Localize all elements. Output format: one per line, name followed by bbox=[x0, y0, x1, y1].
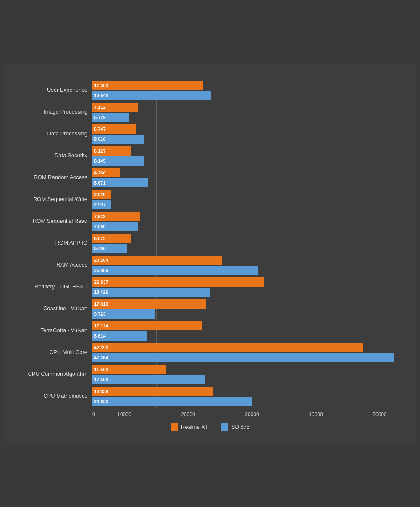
bar-orange: 6,073 bbox=[92, 234, 131, 243]
bar-value-orange: 6,747 bbox=[92, 127, 108, 132]
bar-value-blue: 8,614 bbox=[92, 333, 108, 338]
bar-value-orange: 11,502 bbox=[92, 367, 110, 372]
x-tick: 40000 bbox=[284, 412, 348, 417]
row-label: CPU Multi Core bbox=[8, 343, 92, 362]
row-label: ROM Random Access bbox=[8, 168, 92, 187]
chart-row-pair: RAM Access20,26425,889 bbox=[8, 256, 412, 275]
bar-value-orange: 17,303 bbox=[92, 83, 110, 88]
legend-color-orange bbox=[171, 423, 178, 431]
bar-value-orange: 42,390 bbox=[92, 345, 110, 350]
chart-row-pair: ROM Sequential Read7,5237,090 bbox=[8, 212, 412, 231]
bar-value-blue: 47,264 bbox=[92, 355, 110, 360]
row-label: Data Processing bbox=[8, 124, 92, 144]
bar-value-blue: 8,016 bbox=[92, 137, 108, 142]
bar-value-blue: 8,671 bbox=[92, 180, 108, 185]
bar-value-orange: 2,929 bbox=[92, 192, 108, 197]
bar-orange: 7,112 bbox=[92, 103, 138, 112]
x-tick: 10000 bbox=[92, 412, 156, 417]
legend-label-blue: SD 675 bbox=[231, 424, 249, 430]
chart-row-pair: ROM Sequential Write2,9292,907 bbox=[8, 190, 412, 209]
legend-color-blue bbox=[221, 423, 228, 431]
bar-orange: 4,260 bbox=[92, 168, 120, 177]
bar-orange: 11,502 bbox=[92, 365, 166, 374]
chart-body: User Experience17,30318,648Image Process… bbox=[8, 81, 412, 409]
chart-row-pair: User Experience17,30318,648 bbox=[8, 81, 412, 100]
legend: Realme XT SD 675 bbox=[8, 423, 412, 431]
x-tick: 30000 bbox=[220, 412, 284, 417]
bar-value-blue: 7,090 bbox=[92, 224, 108, 229]
row-label: CPU Common Algorithm bbox=[8, 365, 92, 384]
chart-row-pair: Coastline - Vulkan17,8109,723 bbox=[8, 299, 412, 319]
row-label: Data Security bbox=[8, 146, 92, 166]
row-label: CPU Mathematics bbox=[8, 387, 92, 406]
bar-blue: 5,729 bbox=[92, 113, 129, 122]
legend-item-orange: Realme XT bbox=[171, 423, 208, 431]
bar-value-blue: 9,723 bbox=[92, 312, 108, 317]
bar-value-orange: 6,127 bbox=[92, 148, 108, 153]
x-tick: 20000 bbox=[156, 412, 220, 417]
chart-row-pair: Image Processing7,1125,729 bbox=[8, 103, 412, 122]
bar-value-orange: 7,112 bbox=[92, 105, 108, 110]
bar-blue: 8,671 bbox=[92, 178, 148, 187]
bar-orange: 26,837 bbox=[92, 277, 264, 287]
chart-row-pair: ROM APP IO6,0735,486 bbox=[8, 234, 412, 253]
bar-value-orange: 17,124 bbox=[92, 323, 110, 328]
bar-value-blue: 18,648 bbox=[92, 93, 110, 98]
bar-value-orange: 7,523 bbox=[92, 214, 108, 219]
bar-orange: 17,810 bbox=[92, 299, 206, 309]
row-label: TerraCotta - Vulkan bbox=[8, 321, 92, 341]
row-label: ROM Sequential Read bbox=[8, 212, 92, 231]
bar-orange: 6,747 bbox=[92, 124, 136, 134]
chart-row-pair: ROM Random Access4,2608,671 bbox=[8, 168, 412, 187]
bar-blue: 24,930 bbox=[92, 397, 252, 406]
row-label: User Experience bbox=[8, 81, 92, 100]
bar-value-blue: 5,486 bbox=[92, 246, 108, 251]
bar-value-blue: 2,907 bbox=[92, 202, 108, 207]
bar-blue: 25,889 bbox=[92, 266, 258, 275]
bar-orange: 17,303 bbox=[92, 81, 203, 90]
bar-value-orange: 18,839 bbox=[92, 389, 110, 394]
x-axis: 01000020000300004000050000 bbox=[92, 409, 412, 417]
bar-value-blue: 8,145 bbox=[92, 158, 108, 164]
chart-container: User Experience17,30318,648Image Process… bbox=[4, 64, 416, 444]
row-label: RAM Access bbox=[8, 256, 92, 275]
legend-item-blue: SD 675 bbox=[221, 423, 249, 431]
bar-blue: 8,614 bbox=[92, 331, 147, 341]
bar-blue: 7,090 bbox=[92, 222, 138, 231]
chart-row-pair: Data Processing6,7478,016 bbox=[8, 124, 412, 144]
bar-value-blue: 25,889 bbox=[92, 268, 110, 273]
bar-blue: 5,486 bbox=[92, 244, 127, 253]
row-label: Refinery - OGL ES3.1 bbox=[8, 277, 92, 297]
bar-blue: 47,264 bbox=[92, 353, 394, 362]
chart-row-pair: CPU Mathematics18,83924,930 bbox=[8, 387, 412, 406]
x-tick: 50000 bbox=[348, 412, 412, 417]
bar-value-orange: 26,837 bbox=[92, 280, 110, 285]
bar-value-blue: 17,593 bbox=[92, 377, 110, 382]
row-label: Coastline - Vulkan bbox=[8, 299, 92, 319]
row-label: ROM APP IO bbox=[8, 234, 92, 253]
bar-blue: 2,907 bbox=[92, 200, 111, 209]
bar-value-blue: 5,729 bbox=[92, 115, 108, 120]
row-label: Image Processing bbox=[8, 103, 92, 122]
bar-orange: 2,929 bbox=[92, 190, 111, 199]
chart-row-pair: Refinery - OGL ES3.126,83718,426 bbox=[8, 277, 412, 297]
bar-value-blue: 24,930 bbox=[92, 399, 110, 404]
bar-blue: 8,016 bbox=[92, 135, 144, 144]
bar-blue: 18,648 bbox=[92, 91, 211, 100]
bar-value-orange: 6,073 bbox=[92, 236, 108, 241]
bar-blue: 8,145 bbox=[92, 156, 144, 166]
bar-value-orange: 4,260 bbox=[92, 170, 108, 175]
bar-blue: 17,593 bbox=[92, 375, 205, 384]
chart-row-pair: TerraCotta - Vulkan17,1248,614 bbox=[8, 321, 412, 341]
chart-row-pair: CPU Common Algorithm11,50217,593 bbox=[8, 365, 412, 384]
bar-value-orange: 17,810 bbox=[92, 301, 110, 306]
bar-orange: 18,839 bbox=[92, 387, 213, 396]
bar-orange: 6,127 bbox=[92, 146, 131, 156]
bar-value-orange: 20,264 bbox=[92, 258, 110, 263]
bar-orange: 7,523 bbox=[92, 212, 140, 221]
bar-blue: 9,723 bbox=[92, 309, 155, 319]
bar-value-blue: 18,426 bbox=[92, 290, 110, 295]
row-label: ROM Sequential Write bbox=[8, 190, 92, 209]
bar-orange: 20,264 bbox=[92, 256, 222, 265]
bar-blue: 18,426 bbox=[92, 288, 210, 297]
